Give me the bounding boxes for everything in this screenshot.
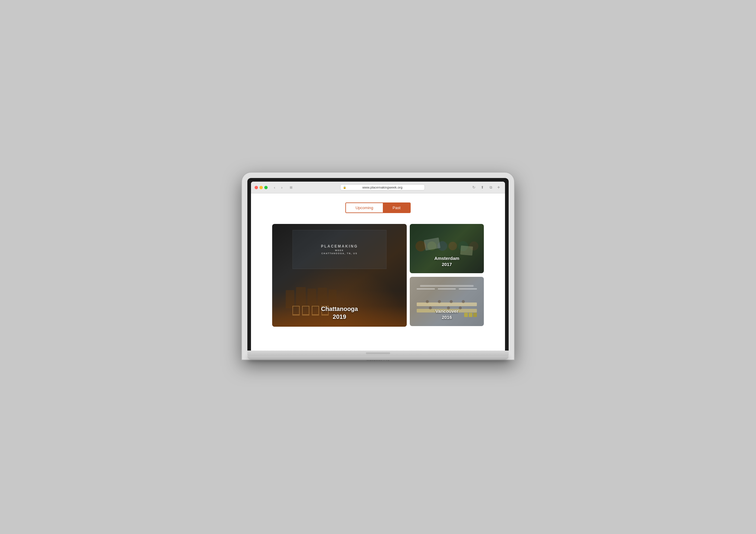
forward-button[interactable]: › xyxy=(279,184,285,191)
vancouver-city: Vancouver xyxy=(410,308,484,314)
browser-content: Upcoming Past PLACEMAKING xyxy=(251,193,505,350)
address-bar-container: 🔒 www.placemakingweek.org xyxy=(297,184,468,191)
stage-people xyxy=(286,272,393,308)
chattanooga-label: Chattanooga 2019 xyxy=(272,305,407,321)
chattanooga-year: 2019 xyxy=(272,313,407,321)
amsterdam-label: Amsterdam 2017 xyxy=(410,255,484,267)
amsterdam-year: 2017 xyxy=(410,262,484,267)
vancouver-event-card[interactable]: Vancouver 2016 xyxy=(410,277,484,326)
browser-chrome: ‹ › ⊞ 🔒 www.placemakingweek.org ↻ ⬆ ⧉ xyxy=(251,182,505,350)
share-button[interactable]: ⬆ xyxy=(479,184,486,191)
laptop-stand xyxy=(247,356,509,360)
lock-icon: 🔒 xyxy=(343,186,346,189)
laptop-base xyxy=(247,350,509,356)
add-tab-button[interactable]: + xyxy=(496,185,501,190)
traffic-lights xyxy=(255,186,268,189)
laptop-outer: ‹ › ⊞ 🔒 www.placemakingweek.org ↻ ⬆ ⧉ xyxy=(242,172,514,360)
sidebar-toggle-button[interactable]: ⊞ xyxy=(287,184,294,191)
chattanooga-event-card[interactable]: PLACEMAKING WEEK CHATTANOOGA, TN, US xyxy=(272,224,407,327)
browser-actions: ↻ ⬆ ⧉ + xyxy=(471,184,501,191)
refresh-button[interactable]: ↻ xyxy=(471,184,477,191)
past-toggle[interactable]: Past xyxy=(383,203,410,213)
stage-screen: PLACEMAKING WEEK CHATTANOOGA, TN, US xyxy=(292,230,387,269)
laptop-container: ‹ › ⊞ 🔒 www.placemakingweek.org ↻ ⬆ ⧉ xyxy=(242,172,514,362)
vancouver-year: 2016 xyxy=(410,314,484,320)
nav-buttons: ‹ › xyxy=(271,184,285,191)
close-button[interactable] xyxy=(255,186,258,189)
url-text: www.placemakingweek.org xyxy=(362,186,402,189)
amsterdam-city: Amsterdam xyxy=(410,255,484,262)
vancouver-label: Vancouver 2016 xyxy=(410,308,484,320)
browser-titlebar: ‹ › ⊞ 🔒 www.placemakingweek.org ↻ ⬆ ⧉ xyxy=(251,182,505,193)
toggle-group: Upcoming Past xyxy=(345,202,411,213)
maximize-button[interactable] xyxy=(264,186,268,189)
minimize-button[interactable] xyxy=(259,186,263,189)
events-grid: PLACEMAKING WEEK CHATTANOOGA, TN, US xyxy=(272,224,484,327)
upcoming-toggle[interactable]: Upcoming xyxy=(346,203,383,213)
address-bar[interactable]: 🔒 www.placemakingweek.org xyxy=(340,184,425,191)
chattanooga-city: Chattanooga xyxy=(272,305,407,313)
screen-bezel: ‹ › ⊞ 🔒 www.placemakingweek.org ↻ ⬆ ⧉ xyxy=(247,178,509,350)
stage-screen-text: PLACEMAKING WEEK CHATTANOOGA, TN, US xyxy=(321,244,358,255)
amsterdam-event-card[interactable]: Amsterdam 2017 xyxy=(410,224,484,273)
back-button[interactable]: ‹ xyxy=(271,184,278,191)
duplicate-button[interactable]: ⧉ xyxy=(487,184,494,191)
